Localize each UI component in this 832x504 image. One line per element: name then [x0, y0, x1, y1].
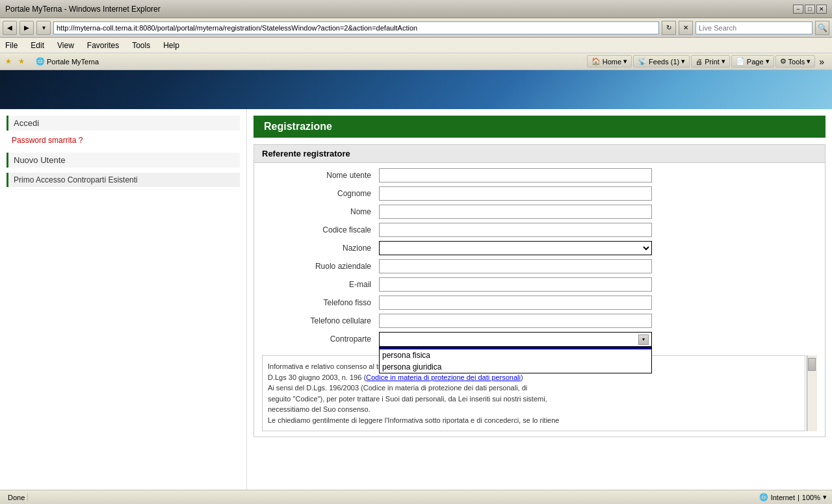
input-email[interactable] — [379, 277, 652, 292]
status-zone: Internet — [771, 494, 795, 499]
label-telefono-cellulare: Telefono cellulare — [262, 316, 379, 325]
minimize-button[interactable]: − — [793, 5, 803, 14]
sidebar-accedi-section: Accedi Password smarrita ? — [6, 116, 240, 146]
info-scrollbar-thumb[interactable] — [808, 358, 816, 371]
info-line6: Le chiediamo gentilmente di leggere l'In… — [268, 416, 559, 424]
page-icon: 📄 — [736, 57, 745, 66]
close-button[interactable]: ✕ — [816, 5, 827, 14]
input-ruolo-aziendale[interactable] — [379, 259, 652, 273]
info-line3: Ai sensi del D.Lgs. 196/2003 (Codice in … — [268, 384, 527, 392]
feeds-button[interactable]: 📡 Feeds (1) ▾ — [633, 55, 690, 68]
sidebar-item-primo-accesso[interactable]: Primo Accesso Controparti Esistenti — [6, 173, 240, 187]
zoom-button[interactable]: ▾ — [823, 493, 827, 499]
status-right: 🌐 Internet | 100% ▾ — [759, 493, 827, 499]
address-input[interactable] — [53, 21, 659, 34]
print-label: Print — [705, 58, 720, 66]
form-section-referente: Referente registratore Nome utente Cogno… — [254, 144, 826, 437]
forward-button[interactable]: ▶ — [20, 21, 34, 35]
menu-tools[interactable]: Tools — [129, 40, 153, 51]
feeds-chevron: ▾ — [681, 57, 685, 66]
sidebar-item-accedi[interactable]: Accedi — [6, 116, 240, 131]
content-area: Registrazione Referente registratore Nom… — [247, 109, 832, 499]
menu-view[interactable]: View — [55, 40, 77, 51]
form-row-ruolo: Ruolo aziendale — [262, 259, 817, 273]
input-telefono-cellulare[interactable] — [379, 314, 652, 328]
star-icon: ★ — [5, 57, 12, 66]
search-go-button[interactable]: 🔍 — [815, 21, 829, 35]
label-codice-fiscale: Codice fiscale — [262, 225, 379, 234]
home-icon: 🏠 — [592, 57, 601, 66]
label-ruolo-aziendale: Ruolo aziendale — [262, 262, 379, 271]
form-row-nome: Nome — [262, 205, 817, 219]
stop-button[interactable]: ✕ — [679, 21, 693, 35]
form-row-telefono-cellulare: Telefono cellulare — [262, 314, 817, 328]
browser-title-bar: Portale MyTerna - Windows Internet Explo… — [0, 0, 832, 18]
input-nome-utente[interactable] — [379, 168, 652, 183]
form-row-nazione: Nazione — [262, 241, 817, 255]
info-link1[interactable]: Codice in materia di protezione dei dati… — [366, 373, 521, 381]
sidebar-primo-section: Primo Accesso Controparti Esistenti — [6, 173, 240, 187]
label-nazione: Nazione — [262, 244, 379, 253]
home-label: Home — [603, 58, 621, 66]
info-line4: seguito "Codice"), per poter trattare i … — [268, 395, 547, 403]
page-label: Page — [747, 58, 764, 66]
browser-title: Portale MyTerna - Windows Internet Explo… — [5, 5, 793, 14]
input-codice-fiscale[interactable] — [379, 223, 652, 237]
label-nome: Nome — [262, 207, 379, 216]
home-chevron: ▾ — [623, 57, 627, 66]
print-chevron: ▾ — [722, 57, 725, 66]
search-input[interactable] — [696, 21, 812, 34]
info-line5: necessitiamo del Suo consenso. — [268, 405, 370, 413]
status-done: Done — [5, 494, 28, 499]
sidebar: Accedi Password smarrita ? Nuovo Utente … — [0, 109, 247, 499]
favorites-portal-label: Portale MyTerna — [47, 58, 99, 66]
registration-header: Registrazione — [254, 116, 826, 138]
input-cognome[interactable] — [379, 186, 652, 201]
dropdown-controparte-wrapper: ▾ persona fisica persona giuridica — [379, 332, 652, 346]
controparte-dropdown-arrow[interactable]: ▾ — [638, 334, 649, 345]
form-row-nome-utente: Nome utente — [262, 168, 817, 183]
favorites-bar: ★ ★ 🌐 Portale MyTerna 🏠 Home ▾ 📡 Feeds (… — [0, 53, 832, 70]
star-add-icon: ★ — [18, 57, 25, 66]
tools-icon: ⚙ — [780, 57, 786, 66]
form-section-title: Referente registratore — [254, 145, 825, 163]
form-row-codice-fiscale: Codice fiscale — [262, 223, 817, 237]
status-bar: Done 🌐 Internet | 100% ▾ — [0, 490, 832, 499]
sidebar-item-nuovo-utente[interactable]: Nuovo Utente — [6, 153, 240, 168]
tools-button[interactable]: ⚙ Tools ▾ — [775, 55, 816, 68]
menu-file[interactable]: File — [3, 40, 20, 51]
tools-chevron: ▾ — [807, 57, 811, 66]
label-controparte: Controparte — [262, 334, 379, 344]
label-cognome: Cognome — [262, 189, 379, 198]
form-row-controparte: Controparte ▾ persona fisica persona giu… — [262, 332, 817, 346]
menu-bar: File Edit View Favorites Tools Help — [0, 38, 832, 53]
form-row-cognome: Cognome — [262, 186, 817, 201]
dropdown-button[interactable]: ▾ — [36, 21, 51, 35]
menu-help[interactable]: Help — [161, 40, 182, 51]
feeds-icon: 📡 — [638, 57, 647, 66]
back-button[interactable]: ◀ — [3, 21, 17, 35]
page-button[interactable]: 📄 Page ▾ — [731, 55, 774, 68]
info-scrollbar[interactable] — [807, 355, 817, 431]
print-button[interactable]: 🖨 Print ▾ — [691, 55, 730, 68]
input-telefono-fisso[interactable] — [379, 296, 652, 310]
select-nazione[interactable] — [379, 241, 652, 255]
feeds-label: Feeds (1) — [649, 58, 679, 66]
refresh-button[interactable]: ↻ — [662, 21, 676, 35]
form-body: Nome utente Cognome Nome Codice fiscale — [254, 163, 825, 436]
menu-edit[interactable]: Edit — [28, 40, 47, 51]
sidebar-item-password[interactable]: Password smarrita ? — [6, 134, 240, 146]
toolbar-extend-button[interactable]: » — [816, 57, 827, 67]
maximize-button[interactable]: □ — [805, 5, 815, 14]
label-telefono-fisso: Telefono fisso — [262, 298, 379, 307]
controparte-option-fisica[interactable]: persona fisica — [380, 349, 651, 361]
label-email: E-mail — [262, 280, 379, 289]
favorites-portal-item[interactable]: 🌐 Portale MyTerna — [31, 55, 103, 68]
controparte-dropdown-list: persona fisica persona giuridica — [379, 346, 652, 373]
menu-favorites[interactable]: Favorites — [84, 40, 122, 51]
home-button[interactable]: 🏠 Home ▾ — [587, 55, 632, 68]
input-nome[interactable] — [379, 205, 652, 219]
controparte-option-giuridica[interactable]: persona giuridica — [380, 361, 651, 373]
controparte-dropdown-header[interactable]: ▾ — [379, 332, 652, 346]
internet-icon: 🌐 — [759, 493, 768, 499]
